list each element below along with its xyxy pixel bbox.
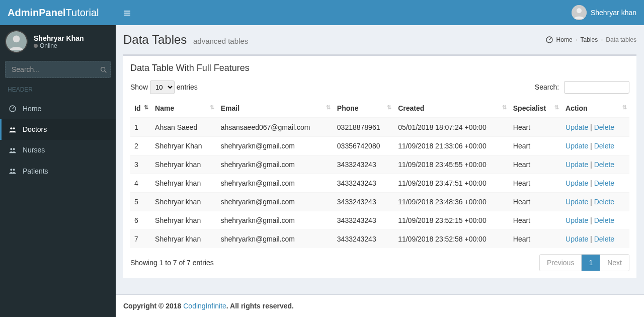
cell-action: Update | Delete	[561, 174, 629, 193]
footer-link[interactable]: CodingInfinite	[183, 302, 226, 310]
chevron-right-icon: ›	[601, 36, 603, 43]
table-row: 3Shehryar khanshehryarkn@gmail.com343324…	[130, 155, 629, 174]
cell-phone: 3433243243	[333, 155, 394, 174]
svg-line-3	[105, 71, 106, 72]
sidebar-item-home[interactable]: Home	[0, 98, 116, 119]
cell-action: Update | Delete	[561, 230, 629, 249]
delete-link[interactable]: Delete	[594, 216, 614, 224]
breadcrumb-home[interactable]: Home	[556, 36, 573, 43]
cell-specialist: Heart	[509, 193, 561, 211]
svg-point-10	[13, 169, 15, 171]
sidebar-item-nurses[interactable]: Nurses	[0, 140, 116, 161]
sidebar-item-patients[interactable]: Patients	[0, 161, 116, 181]
delete-link[interactable]: Delete	[594, 161, 614, 169]
cell-specialist: Heart	[509, 211, 561, 230]
sort-icon: ⇅	[210, 104, 213, 111]
page-title: Data Tables advanced tables	[123, 33, 248, 47]
cell-specialist: Heart	[509, 137, 561, 155]
cell-id: 3	[130, 155, 151, 174]
sort-icon: ⇅	[502, 104, 505, 111]
delete-link[interactable]: Delete	[594, 235, 614, 243]
cell-created: 11/09/2018 23:52:15 +00:00	[394, 211, 509, 230]
sidebar-item-doctors[interactable]: Doctors	[0, 119, 116, 139]
update-link[interactable]: Update	[566, 235, 588, 243]
update-link[interactable]: Update	[566, 179, 588, 187]
cell-phone: 3433243243	[333, 193, 394, 211]
col-specialist[interactable]: Specialist⇅	[509, 99, 561, 118]
entries-select[interactable]: 10	[150, 81, 175, 94]
update-link[interactable]: Update	[566, 161, 588, 169]
cell-action: Update | Delete	[561, 211, 629, 230]
sort-icon: ⇅	[387, 104, 390, 111]
cell-action: Update | Delete	[561, 137, 629, 155]
col-phone[interactable]: Phone⇅	[333, 99, 394, 118]
cell-email: shehryarkn@gmail.com	[217, 174, 333, 193]
update-link[interactable]: Update	[566, 216, 588, 224]
cell-id: 7	[130, 230, 151, 249]
cell-phone: 3433243243	[333, 230, 394, 249]
sidebar-header: HEADER	[0, 81, 116, 98]
delete-link[interactable]: Delete	[594, 142, 614, 150]
page-1-button[interactable]: 1	[581, 255, 600, 271]
update-link[interactable]: Update	[566, 198, 588, 206]
dashboard-icon	[545, 36, 553, 44]
cell-name: Shehryar khan	[151, 155, 217, 174]
brand-light: Tutorial	[66, 7, 99, 19]
cell-created: 11/09/2018 23:45:55 +00:00	[394, 155, 509, 174]
data-table: Id⇅Name⇅Email⇅Phone⇅Created⇅Specialist⇅A…	[130, 99, 629, 248]
cell-id: 5	[130, 193, 151, 211]
sort-icon: ⇅	[326, 104, 329, 111]
next-button[interactable]: Next	[600, 255, 629, 271]
menu-icon	[8, 146, 18, 154]
update-link[interactable]: Update	[566, 123, 588, 131]
cell-specialist: Heart	[509, 230, 561, 249]
search-icon[interactable]	[100, 65, 108, 73]
table-row: 4Shehryar khanshehryarkn@gmail.com343324…	[130, 174, 629, 193]
cell-specialist: Heart	[509, 174, 561, 193]
brand-logo[interactable]: AdminPanelTutorial	[0, 0, 116, 25]
breadcrumb-tables[interactable]: Tables	[581, 36, 598, 43]
prev-button[interactable]: Previous	[540, 255, 581, 271]
col-name[interactable]: Name⇅	[151, 99, 217, 118]
cell-created: 11/09/2018 23:52:58 +00:00	[394, 230, 509, 249]
delete-link[interactable]: Delete	[594, 179, 614, 187]
sidebar-item-label: Home	[23, 105, 41, 113]
menu-icon	[8, 167, 18, 175]
col-email[interactable]: Email⇅	[217, 99, 333, 118]
delete-link[interactable]: Delete	[594, 198, 614, 206]
table-row: 1Ahsan Saeedahsansaeed067@gmail.com03218…	[130, 118, 629, 137]
col-id[interactable]: Id⇅	[130, 99, 151, 118]
table-search-input[interactable]	[564, 81, 629, 94]
col-action[interactable]: Action⇅	[561, 99, 629, 118]
hamburger-icon[interactable]	[123, 8, 131, 17]
svg-point-9	[10, 169, 12, 171]
brand-bold: AdminPanel	[8, 7, 66, 19]
svg-point-8	[13, 148, 15, 150]
breadcrumb: Home › Tables › Data tables	[545, 36, 636, 44]
cell-id: 6	[130, 211, 151, 230]
sidebar-item-label: Patients	[23, 167, 48, 175]
breadcrumb-current: Data tables	[606, 36, 636, 43]
page-subtitle: advanced tables	[193, 37, 248, 45]
update-link[interactable]: Update	[566, 142, 588, 150]
cell-email: shehryarkn@gmail.com	[217, 230, 333, 249]
topbar-user[interactable]: Shehryar khan	[572, 5, 636, 20]
sidebar-search[interactable]	[5, 61, 111, 78]
col-created[interactable]: Created⇅	[394, 99, 509, 118]
cell-email: shehryarkn@gmail.com	[217, 211, 333, 230]
table-row: 6Shehryar khanshehryarkn@gmail.com343324…	[130, 211, 629, 230]
sidebar-item-label: Doctors	[23, 125, 47, 133]
search-input[interactable]	[12, 65, 100, 73]
table-row: 5Shehryar khanshehryarkn@gmail.com343324…	[130, 193, 629, 211]
status-dot-icon	[34, 44, 38, 48]
delete-link[interactable]: Delete	[594, 123, 614, 131]
pagination: Previous 1 Next	[539, 254, 629, 271]
cell-created: 11/09/2018 23:48:36 +00:00	[394, 193, 509, 211]
avatar	[572, 5, 587, 20]
cell-name: Shehryar khan	[151, 193, 217, 211]
svg-point-1	[13, 36, 20, 43]
cell-name: Shehryar khan	[151, 174, 217, 193]
svg-point-5	[10, 127, 12, 129]
menu-icon	[8, 125, 18, 133]
cell-name: Ahsan Saeed	[151, 118, 217, 137]
